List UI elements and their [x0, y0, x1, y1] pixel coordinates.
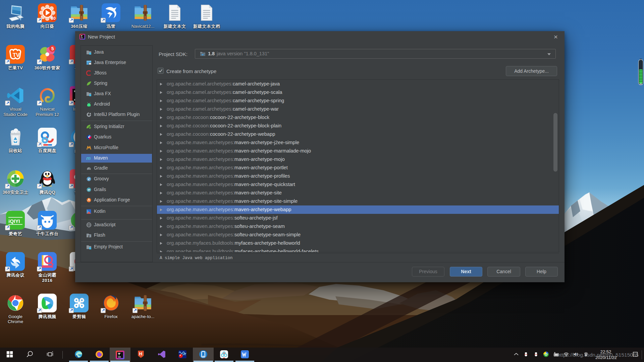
svg-text:5: 5	[51, 46, 54, 51]
svg-text:m: m	[86, 156, 91, 161]
svg-text:iQIYI: iQIYI	[8, 218, 20, 224]
svg-text:F: F	[88, 235, 90, 238]
svg-text:TV: TV	[13, 52, 20, 58]
svg-text:10: 10	[51, 16, 56, 21]
svg-text:H: H	[139, 351, 142, 356]
